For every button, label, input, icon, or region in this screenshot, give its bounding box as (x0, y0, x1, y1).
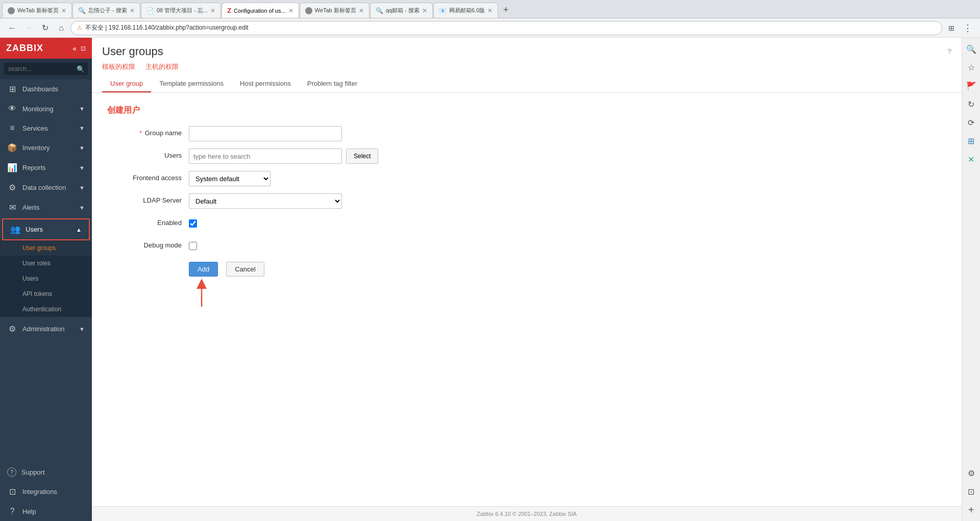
tab3-label: 08 管理大项目 - 忘... (157, 7, 208, 14)
right-icon-search[interactable]: 🔍 (964, 42, 978, 56)
sidebar-search-input[interactable] (4, 63, 88, 75)
tab-host-permissions[interactable]: Host permissions (232, 76, 299, 92)
browser-tab-5[interactable]: WeTab 新标签页 ✕ (300, 3, 370, 18)
sidebar-submenu-user-groups[interactable]: User groups (0, 240, 92, 256)
sidebar-item-users[interactable]: 👥 Users ▲ (3, 219, 89, 239)
page-title: User groups (102, 45, 163, 58)
right-icon-app[interactable]: ⊞ (964, 134, 978, 148)
sidebar-item-monitoring[interactable]: 👁 Monitoring ▼ (0, 99, 92, 118)
sidebar-submenu-users[interactable]: Users (0, 271, 92, 286)
browser-tab-2[interactable]: 🔍 忘情公子 - 搜索 ✕ (72, 3, 140, 18)
sidebar-item-integrations[interactable]: ⊡ Integrations (0, 482, 92, 502)
tab4-icon: Z (227, 7, 231, 14)
sidebar-item-support[interactable]: ? Support (0, 462, 92, 482)
new-tab-btn[interactable]: + (499, 3, 513, 17)
data-collection-chevron: ▼ (79, 185, 85, 191)
users-select-button[interactable]: Select (346, 148, 378, 164)
right-icon-sync[interactable]: ⟳ (964, 115, 978, 130)
sidebar-item-integrations-label: Integrations (22, 488, 57, 495)
debug-mode-checkbox-wrap (189, 238, 197, 254)
services-chevron: ▼ (79, 125, 85, 131)
tab5-icon (305, 7, 312, 14)
right-icon-add[interactable]: + (964, 503, 978, 517)
sidebar-item-dashboards[interactable]: ⊞ Dashboards (0, 79, 92, 99)
right-icon-settings[interactable]: ⚙ (964, 466, 978, 480)
sidebar-search-area: 🔍 (0, 59, 92, 79)
tab-problem-tag-filter[interactable]: Problem tag filter (299, 76, 365, 92)
help-question-icon[interactable]: ? (947, 47, 951, 56)
browser-tab-3[interactable]: 📄 08 管理大项目 - 忘... ✕ (141, 3, 221, 18)
ldap-server-select[interactable]: Default (189, 193, 342, 209)
sidebar-item-alerts[interactable]: ✉ Alerts ▼ (0, 197, 92, 217)
tab7-close[interactable]: ✕ (487, 7, 493, 14)
tab6-label: qq邮箱 - 搜索 (386, 7, 420, 14)
address-text: 不安全 | 192.168.116.140/zabbix.php?action=… (85, 23, 249, 32)
browser-menu-btn[interactable]: ⋮ (961, 21, 975, 35)
back-button[interactable]: ← (5, 21, 19, 35)
sidebar-collapse-btn[interactable]: « (72, 44, 77, 53)
cancel-button[interactable]: Cancel (226, 262, 264, 277)
group-name-input[interactable] (189, 126, 342, 141)
administration-chevron: ▼ (79, 326, 85, 332)
debug-mode-checkbox[interactable] (189, 242, 197, 250)
sidebar-expand-btn[interactable]: ⊡ (81, 45, 86, 52)
enabled-checkbox[interactable] (189, 219, 197, 228)
sidebar-logo: ZABBIX « ⊡ (0, 38, 92, 59)
browser-tab-1[interactable]: WeTab 新标签页 ✕ (2, 3, 72, 18)
right-icon-window[interactable]: ⊡ (964, 484, 978, 499)
sidebar-submenu-user-roles[interactable]: User roles (0, 256, 92, 271)
sidebar-item-inventory[interactable]: 📦 Inventory ▼ (0, 138, 92, 158)
right-icon-refresh[interactable]: ↻ (964, 97, 978, 111)
extensions-btn[interactable]: ⊞ (944, 21, 959, 35)
main-footer: Zabbix 6.4.10 © 2001–2023, Zabbix SIA (92, 506, 962, 521)
arrow-annotation (191, 279, 217, 309)
users-icon: 👥 (10, 225, 20, 234)
tab2-close[interactable]: ✕ (130, 7, 135, 14)
sidebar-item-administration[interactable]: ⚙ Administration ▼ (0, 319, 92, 339)
tab4-close[interactable]: ✕ (288, 7, 293, 14)
alerts-chevron: ▼ (79, 205, 85, 211)
browser-tab-6[interactable]: 🔍 qq邮箱 - 搜索 ✕ (370, 3, 433, 18)
sidebar-submenu-api-tokens[interactable]: API tokens (0, 286, 92, 302)
sidebar-item-administration-label: Administration (22, 325, 64, 333)
tab6-icon: 🔍 (376, 7, 383, 14)
sidebar-item-data-collection-label: Data collection (22, 184, 66, 191)
users-search-input[interactable] (189, 148, 342, 164)
sidebar-item-alerts-label: Alerts (22, 204, 39, 211)
tab7-icon: 📧 (439, 7, 447, 14)
form-area: 创建用户 * Group name Users Select Frontend (92, 93, 962, 506)
alerts-icon: ✉ (7, 203, 17, 212)
tab-template-permissions[interactable]: Template permissions (151, 76, 232, 92)
sidebar-item-help[interactable]: ? Help (0, 502, 92, 521)
users-input-group: Select (189, 148, 378, 164)
frontend-access-select[interactable]: System default Internal LDAP Disabled (189, 171, 271, 186)
tab3-close[interactable]: ✕ (210, 7, 215, 14)
address-bar[interactable]: ⚠ 不安全 | 192.168.116.140/zabbix.php?actio… (70, 21, 942, 35)
sidebar-item-services[interactable]: ≡ Services ▼ (0, 118, 92, 138)
tab1-close[interactable]: ✕ (61, 7, 66, 14)
tab-user-group[interactable]: User group (102, 76, 151, 92)
right-icon-close-green[interactable]: ✕ (964, 152, 978, 166)
home-button[interactable]: ⌂ (54, 21, 68, 35)
tab6-close[interactable]: ✕ (422, 7, 427, 14)
sidebar-item-help-label: Help (22, 508, 36, 515)
lock-icon: ⚠ (77, 24, 82, 31)
main-content: User groups ? 模板的权限 主机的权限 User group Tem… (92, 38, 962, 521)
reload-button[interactable]: ↻ (38, 21, 52, 35)
support-icon: ? (7, 467, 16, 477)
users-label: Users (107, 148, 189, 159)
right-icon-flag[interactable]: 🚩 (964, 79, 978, 93)
sidebar-submenu-authentication[interactable]: Authentication (0, 302, 92, 317)
right-icon-bookmark[interactable]: ☆ (964, 60, 978, 75)
sidebar-item-users-label: Users (26, 226, 43, 233)
browser-tab-4[interactable]: Z Configuration of us... ✕ (222, 3, 299, 18)
inventory-icon: 📦 (7, 143, 17, 153)
tab5-close[interactable]: ✕ (359, 7, 364, 14)
browser-tab-7[interactable]: 📧 网易邮箱6.0版 ✕ (433, 3, 498, 18)
forward-button[interactable]: → (21, 21, 36, 35)
services-icon: ≡ (7, 123, 17, 133)
sidebar-item-reports[interactable]: 📊 Reports ▼ (0, 158, 92, 178)
reports-icon: 📊 (7, 163, 17, 172)
add-button[interactable]: Add (189, 262, 218, 277)
sidebar-item-data-collection[interactable]: ⚙ Data collection ▼ (0, 178, 92, 197)
